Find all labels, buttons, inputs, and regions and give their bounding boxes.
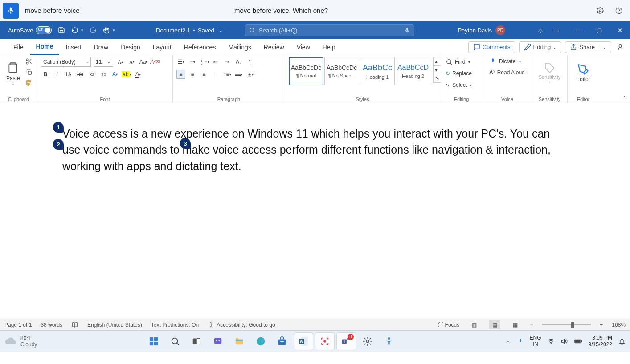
zoom-in-button[interactable]: + (600, 322, 603, 328)
tab-view[interactable]: View (290, 39, 316, 55)
show-marks-button[interactable]: ¶ (246, 57, 255, 66)
user-account[interactable]: Peyton Davis PD (458, 25, 505, 35)
style-heading-1[interactable]: AaBbCc Heading 1 (360, 57, 395, 85)
zoom-out-button[interactable]: − (530, 322, 533, 328)
document-paragraph[interactable]: Voice access is a new experience on Wind… (62, 125, 568, 174)
undo-button[interactable] (71, 27, 83, 34)
replace-button[interactable]: ↻Replace (444, 69, 474, 78)
autosave-toggle[interactable]: AutoSave On (8, 26, 52, 34)
file-explorer-button[interactable] (230, 333, 249, 350)
edge-button[interactable] (251, 333, 270, 350)
tab-design[interactable]: Design (115, 39, 147, 55)
find-button[interactable]: Find▾ (444, 57, 474, 67)
editing-mode-button[interactable]: Editing ⌄ (519, 41, 562, 53)
zoom-level[interactable]: 168% (612, 322, 626, 328)
justify-button[interactable]: ≣ (211, 70, 220, 79)
settings-button[interactable] (358, 333, 377, 350)
paste-button[interactable]: Paste ⌄ (4, 57, 23, 89)
voice-help-button[interactable] (611, 3, 626, 18)
font-size-combo[interactable]: 11⌄ (94, 57, 113, 67)
tab-mailings[interactable]: Mailings (222, 39, 257, 55)
start-button[interactable] (144, 333, 163, 350)
font-color-button[interactable]: A▾ (134, 70, 143, 79)
read-aloud-button[interactable]: A⁾Read Aloud (487, 69, 528, 77)
task-view-button[interactable] (187, 333, 206, 350)
wifi-icon[interactable] (548, 338, 555, 345)
numbering-button[interactable]: ≡▾ (188, 57, 197, 66)
highlight-button[interactable]: ab▾ (122, 70, 131, 79)
touch-mode-button[interactable] (103, 27, 115, 34)
share-button[interactable]: Share ⌄ (565, 41, 611, 53)
activity-button[interactable] (615, 42, 626, 53)
tab-review[interactable]: Review (258, 39, 290, 55)
sort-button[interactable]: A↓ (234, 57, 243, 66)
volume-icon[interactable] (561, 338, 568, 345)
line-spacing-button[interactable]: ↕≡▾ (223, 70, 232, 79)
shrink-font-button[interactable]: A▾ (127, 57, 136, 66)
search-button[interactable] (166, 333, 184, 350)
text-effects-button[interactable]: A▾ (110, 70, 119, 79)
tab-insert[interactable]: Insert (59, 39, 87, 55)
tab-file[interactable]: File (7, 39, 30, 55)
copy-button[interactable] (25, 68, 33, 77)
italic-button[interactable]: I (53, 70, 61, 79)
battery-icon[interactable] (574, 338, 582, 344)
disambiguation-badge-1[interactable]: 1 (53, 122, 64, 133)
subscript-button[interactable]: x2 (87, 70, 96, 79)
format-painter-button[interactable] (25, 78, 33, 87)
voice-access-mic-button[interactable] (3, 3, 19, 19)
focus-mode-button[interactable]: ⛶Focus (438, 322, 460, 328)
disambiguation-badge-2[interactable]: 2 (53, 139, 64, 150)
tab-draw[interactable]: Draw (87, 39, 115, 55)
select-button[interactable]: ↖Select▾ (444, 80, 474, 90)
minimize-button[interactable]: — (569, 21, 589, 39)
read-mode-button[interactable]: ▥ (468, 320, 480, 329)
save-button[interactable] (58, 27, 65, 34)
maximize-button[interactable]: ▢ (589, 21, 610, 39)
style-no-spacing[interactable]: AaBbCcDc ¶ No Spac... (324, 57, 359, 85)
cut-button[interactable] (25, 57, 33, 66)
word-count[interactable]: 38 words (41, 322, 62, 328)
document-canvas[interactable]: 1 2 3 Voice access is a new experience o… (0, 103, 630, 319)
dictate-button[interactable]: Dictate▾ (487, 57, 528, 66)
notifications-button[interactable] (618, 338, 626, 345)
page-indicator[interactable]: Page 1 of 1 (4, 322, 32, 328)
tab-home[interactable]: Home (30, 39, 60, 55)
language-button[interactable]: ENG IN (530, 335, 541, 347)
change-case-button[interactable]: Aa▾ (139, 57, 148, 66)
align-right-button[interactable]: ≡ (200, 70, 209, 79)
weather-widget[interactable]: 80°F Cloudy (4, 335, 37, 348)
align-center-button[interactable]: ≡ (188, 70, 197, 79)
strikethrough-button[interactable]: ab (76, 70, 85, 79)
underline-button[interactable]: U▾ (64, 70, 73, 79)
bold-button[interactable]: B (41, 70, 50, 79)
font-family-combo[interactable]: Calibri (Body)⌄ (41, 57, 91, 67)
tray-overflow-button[interactable]: ︿ (506, 337, 511, 345)
text-predictions-indicator[interactable]: Text Predictions: On (151, 322, 199, 328)
decrease-indent-button[interactable]: ⇤ (211, 57, 220, 66)
web-layout-button[interactable]: ▦ (509, 320, 521, 329)
tab-help[interactable]: Help (316, 39, 342, 55)
search-mic-icon[interactable] (404, 27, 410, 33)
align-left-button[interactable]: ≡ (176, 70, 185, 79)
window-mode-icon[interactable]: ▭ (553, 27, 559, 34)
print-layout-button[interactable]: ▤ (489, 320, 500, 329)
editor-button[interactable]: Editor (571, 57, 595, 89)
redo-button[interactable] (90, 27, 97, 34)
style-normal[interactable]: AaBbCcDc ¶ Normal (289, 57, 323, 85)
accessibility-indicator[interactable]: Accessibility: Good to go (208, 321, 275, 328)
multilevel-list-button[interactable]: ⋮≡▾ (200, 57, 209, 66)
store-button[interactable] (273, 333, 291, 350)
disambiguation-badge-3[interactable]: 3 (180, 138, 191, 149)
grow-font-button[interactable]: A▴ (116, 57, 125, 66)
shading-button[interactable]: ▬▾ (234, 70, 243, 79)
chat-button[interactable] (209, 333, 227, 350)
spellcheck-button[interactable] (71, 321, 78, 328)
tab-layout[interactable]: Layout (147, 39, 178, 55)
language-indicator[interactable]: English (United States) (87, 322, 142, 328)
bullets-button[interactable]: ☰▾ (176, 57, 185, 66)
premium-diamond-icon[interactable]: ◇ (538, 27, 543, 34)
accessibility-app-button[interactable] (380, 333, 398, 350)
snipping-tool-button[interactable] (315, 333, 334, 350)
voice-settings-button[interactable] (593, 3, 608, 18)
